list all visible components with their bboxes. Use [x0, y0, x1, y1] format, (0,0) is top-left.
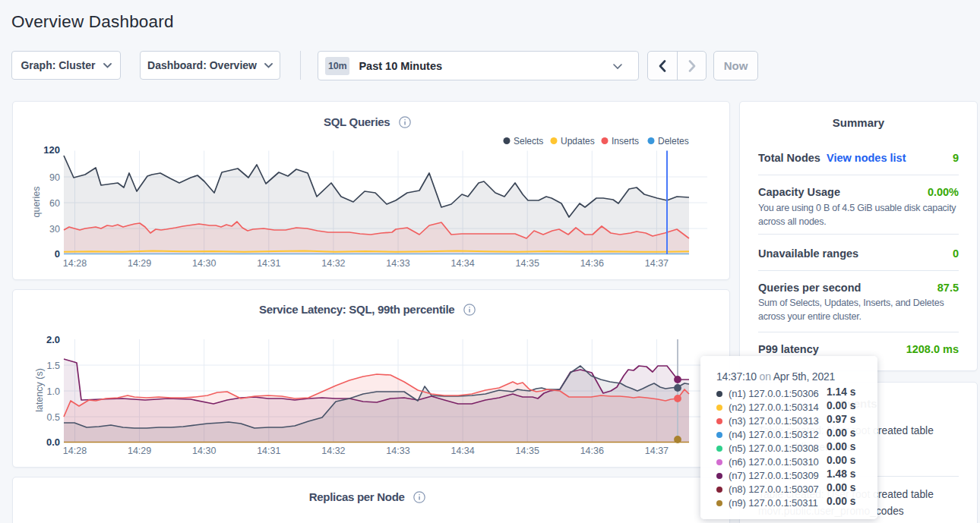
svg-text:0.0: 0.0 — [46, 436, 60, 448]
svg-text:2.0: 2.0 — [46, 334, 60, 345]
svg-text:14:33: 14:33 — [386, 258, 409, 269]
svg-text:Updates: Updates — [561, 136, 595, 147]
svg-text:120: 120 — [43, 144, 60, 156]
svg-text:90: 90 — [49, 172, 60, 183]
svg-text:Deletes: Deletes — [658, 136, 689, 147]
svg-text:1.0: 1.0 — [47, 386, 60, 397]
svg-text:Selects: Selects — [514, 136, 543, 147]
svg-text:14:35: 14:35 — [516, 446, 539, 456]
svg-text:60: 60 — [49, 198, 60, 209]
svg-text:14:32: 14:32 — [321, 258, 345, 269]
svg-text:30: 30 — [49, 224, 60, 235]
svg-text:14:32: 14:32 — [321, 446, 345, 456]
svg-text:14:30: 14:30 — [192, 446, 216, 456]
svg-text:0: 0 — [55, 248, 60, 260]
svg-text:14:37: 14:37 — [645, 446, 669, 456]
svg-text:14:31: 14:31 — [257, 258, 280, 269]
svg-text:14:35: 14:35 — [516, 258, 539, 269]
svg-text:14:36: 14:36 — [580, 446, 604, 456]
svg-text:14:37: 14:37 — [645, 258, 669, 269]
svg-text:1.5: 1.5 — [47, 361, 60, 371]
svg-text:14:29: 14:29 — [128, 446, 151, 456]
svg-text:14:34: 14:34 — [450, 258, 474, 269]
svg-text:14:29: 14:29 — [128, 258, 151, 269]
svg-text:14:30: 14:30 — [192, 258, 216, 269]
svg-text:14:34: 14:34 — [450, 446, 474, 456]
svg-text:14:33: 14:33 — [386, 446, 409, 456]
svg-text:14:28: 14:28 — [63, 446, 87, 456]
svg-text:14:31: 14:31 — [257, 446, 280, 456]
svg-text:0.5: 0.5 — [47, 412, 60, 423]
svg-text:Inserts: Inserts — [612, 136, 639, 147]
svg-text:14:36: 14:36 — [580, 258, 604, 269]
svg-text:14:28: 14:28 — [63, 258, 87, 269]
